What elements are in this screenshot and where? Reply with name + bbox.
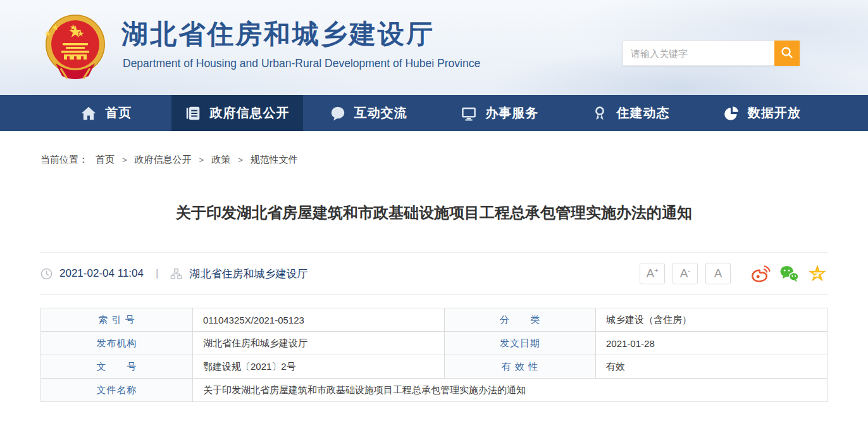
article-source: 湖北省住房和城乡建设厅 <box>189 267 307 281</box>
doc-field-value: 鄂建设规〔2021〕2号 <box>193 355 445 379</box>
doc-field-label: 发文日期 <box>445 332 596 355</box>
nav-item-home[interactable]: 首页 <box>40 95 171 131</box>
home-icon <box>80 105 97 122</box>
doc-field-label: 分 类 <box>445 308 596 332</box>
breadcrumb-item-policy[interactable]: 政策 <box>211 154 230 166</box>
breadcrumb-label: 当前位置： <box>40 154 88 166</box>
national-emblem-logo <box>42 13 109 82</box>
breadcrumb-item-gov-info[interactable]: 政府信息公开 <box>135 154 192 166</box>
clock-icon <box>40 268 53 280</box>
breadcrumb-item-normative-docs[interactable]: 规范性文件 <box>251 154 298 166</box>
font-decrease-button[interactable]: A- <box>673 263 698 284</box>
doc-info-table: 索 引 号 01104325X/2021-05123 分 类 城乡建设（含住房）… <box>40 308 828 402</box>
doc-field-value: 城乡建设（含住房） <box>596 308 828 332</box>
meta-separator: | <box>156 267 158 280</box>
nav-item-gov-info[interactable]: 政府信息公开 <box>171 95 302 131</box>
article-title: 关于印发湖北省房屋建筑和市政基础设施项目工程总承包管理实施办法的通知 <box>40 203 828 223</box>
doc-field-label: 有 效 性 <box>445 355 596 379</box>
breadcrumb-separator: > <box>122 155 127 165</box>
table-row: 索 引 号 01104325X/2021-05123 分 类 城乡建设（含住房） <box>41 308 828 332</box>
qzone-icon[interactable] <box>808 265 828 283</box>
nav-item-interaction[interactable]: 互动交流 <box>303 95 434 131</box>
article-meta-bar: 2021-02-04 11:04 | 湖北省住房和城乡建设厅 A+ A- A <box>40 252 828 295</box>
weibo-icon[interactable] <box>751 265 771 283</box>
doc-field-value: 湖北省住房和城乡建设厅 <box>193 332 445 355</box>
search-input[interactable] <box>623 41 774 66</box>
doc-field-value: 关于印发湖北省房屋建筑和市政基础设施项目工程总承包管理实施办法的通知 <box>193 379 828 402</box>
table-row: 文 号 鄂建设规〔2021〕2号 有 效 性 有效 <box>41 355 828 379</box>
nav-item-services[interactable]: 办事服务 <box>434 95 565 131</box>
search-box <box>623 41 800 66</box>
breadcrumb-separator: > <box>238 155 243 165</box>
site-title: 湖北省住房和城乡建设厅 <box>121 16 435 52</box>
table-row: 发布机构 湖北省住房和城乡建设厅 发文日期 2021-01-28 <box>41 332 828 355</box>
doc-field-value: 01104325X/2021-05123 <box>193 308 445 332</box>
pie-chart-icon <box>723 105 740 122</box>
share-group <box>751 265 828 283</box>
medal-icon <box>592 105 608 122</box>
site-header: 湖北省住房和城乡建设厅 Department of Housing and Ur… <box>0 0 868 95</box>
doc-field-label: 文件名称 <box>41 379 193 402</box>
doc-field-label: 索 引 号 <box>41 308 193 332</box>
wechat-icon[interactable] <box>779 265 799 283</box>
font-reset-button[interactable]: A <box>705 263 731 284</box>
publish-time: 2021-02-04 11:04 <box>59 267 144 280</box>
breadcrumb-separator: > <box>199 155 204 165</box>
search-icon <box>780 46 794 61</box>
monitor-icon <box>461 105 477 122</box>
main-nav: 首页 政府信息公开 互动交流 <box>0 95 868 131</box>
chat-bubble-icon <box>330 105 346 122</box>
nav-item-open-data[interactable]: 数据开放 <box>697 95 828 131</box>
document-icon <box>185 105 201 122</box>
doc-field-value: 有效 <box>596 355 828 379</box>
breadcrumb-item-home[interactable]: 首页 <box>96 154 115 166</box>
doc-field-value: 2021-01-28 <box>596 332 828 355</box>
search-button[interactable] <box>774 41 800 66</box>
org-sitemap-icon <box>170 268 182 280</box>
breadcrumb: 当前位置： 首页 > 政府信息公开 > 政策 > 规范性文件 <box>40 154 828 166</box>
doc-field-label: 发布机构 <box>41 332 193 355</box>
nav-item-news[interactable]: 住建动态 <box>565 95 696 131</box>
doc-field-label: 文 号 <box>41 355 193 379</box>
table-row: 文件名称 关于印发湖北省房屋建筑和市政基础设施项目工程总承包管理实施办法的通知 <box>41 379 828 402</box>
font-increase-button[interactable]: A+ <box>640 263 665 284</box>
site-subtitle: Department of Housing and Urban-Rural De… <box>123 57 480 70</box>
